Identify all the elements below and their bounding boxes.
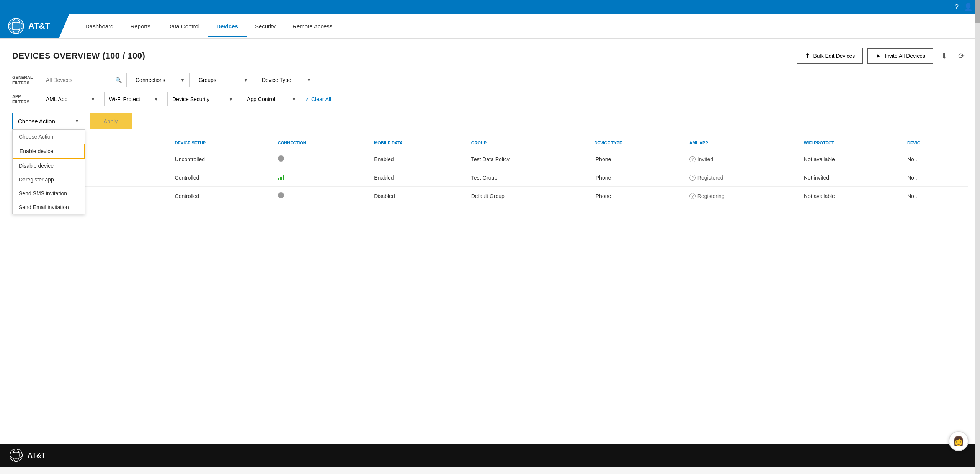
apply-button[interactable]: Apply xyxy=(90,113,132,129)
row3-device-type: iPhone xyxy=(591,187,686,205)
row2-aml-status: ? Registered xyxy=(689,175,724,181)
row2-connection xyxy=(274,168,370,187)
chevron-down-icon: ▼ xyxy=(229,96,233,102)
row3-connection xyxy=(274,187,370,205)
app-filters-row: APPFILTERS AML App ▼ Wi-Fi Protect ▼ Dev… xyxy=(12,92,968,106)
search-icon: 🔍 xyxy=(115,77,122,83)
device-security-dropdown[interactable]: Device Security ▼ xyxy=(167,92,238,106)
row2-device-type: iPhone xyxy=(591,168,686,187)
table-row: Controlled Disabled Default Group iPhone… xyxy=(12,187,968,205)
row1-aml-app: ? Invited xyxy=(686,150,800,168)
choose-action-select[interactable]: Choose Action ▼ xyxy=(12,113,85,129)
svg-point-6 xyxy=(10,449,23,462)
col-wifi-protect: WIFI PROTECT xyxy=(800,136,903,150)
app-control-dropdown[interactable]: App Control ▼ xyxy=(242,92,301,106)
chevron-down-icon: ▼ xyxy=(292,96,296,102)
table-row: John Doe Controlled Enabled Test Group i… xyxy=(12,168,968,187)
row3-mobile-data: Disabled xyxy=(370,187,467,205)
chevron-down-icon: ▼ xyxy=(154,96,158,102)
connection-dot-gray xyxy=(278,192,284,198)
scrollbar[interactable] xyxy=(975,0,980,467)
devices-table: DESCRIPTION DEVICE SETUP CONNECTION MOBI… xyxy=(12,136,968,205)
nav-item-reports[interactable]: Reports xyxy=(122,15,159,37)
aml-app-dropdown[interactable]: AML App ▼ xyxy=(41,92,100,106)
chevron-down-icon: ▼ xyxy=(307,77,311,83)
checkmark-icon: ✓ xyxy=(305,96,310,102)
action-dropdown-menu: Choose Action Enable device Disable devi… xyxy=(12,129,85,214)
row1-device-setup: Uncontrolled xyxy=(171,150,274,168)
user-icon[interactable]: 👤 xyxy=(964,3,972,11)
row2-wifi-protect: Not invited xyxy=(800,168,903,187)
row2-device-setup: Controlled xyxy=(171,168,274,187)
clear-all-button[interactable]: ✓ Clear All xyxy=(305,96,331,102)
logo-area: AT&T xyxy=(0,14,69,38)
upload-icon: ⬆ xyxy=(805,52,810,59)
header-actions: ⬆ Bulk Edit Devices ► Invite All Devices… xyxy=(797,48,968,64)
nav-area: Dashboard Reports Data Control Devices S… xyxy=(69,14,341,38)
col-device-type: DEVICE TYPE xyxy=(591,136,686,150)
nav-item-security[interactable]: Security xyxy=(247,15,284,37)
app-filters-label: APPFILTERS xyxy=(12,94,37,105)
question-icon: ? xyxy=(689,175,696,181)
row1-device: No... xyxy=(903,150,968,168)
col-device: DEVIC... xyxy=(903,136,968,150)
choose-action-wrapper: Choose Action ▼ Choose Action Enable dev… xyxy=(12,113,85,129)
row2-mobile-data: Enabled xyxy=(370,168,467,187)
row3-device: No... xyxy=(903,187,968,205)
col-mobile-data: MOBILE DATA xyxy=(370,136,467,150)
row3-aml-status: ? Registering xyxy=(689,193,725,199)
bar1 xyxy=(278,178,279,180)
dropdown-item-enable-device[interactable]: Enable device xyxy=(13,144,85,159)
action-row: Choose Action ▼ Choose Action Enable dev… xyxy=(12,113,968,129)
refresh-icon[interactable]: ⟳ xyxy=(955,50,968,62)
search-filter[interactable]: 🔍 xyxy=(41,73,127,87)
main-content: DEVICES OVERVIEW (100 / 100) ⬆ Bulk Edit… xyxy=(0,39,980,444)
wifi-protect-dropdown[interactable]: Wi-Fi Protect ▼ xyxy=(104,92,163,106)
bulk-edit-button[interactable]: ⬆ Bulk Edit Devices xyxy=(797,48,863,64)
header: AT&T Dashboard Reports Data Control Devi… xyxy=(0,14,980,39)
bar2 xyxy=(280,177,282,180)
footer-logo-text: AT&T xyxy=(28,451,46,459)
row1-aml-status: ? Invited xyxy=(689,156,713,162)
search-input[interactable] xyxy=(46,77,113,83)
page-title: DEVICES OVERVIEW (100 / 100) xyxy=(12,51,145,61)
chevron-down-icon: ▼ xyxy=(91,96,95,102)
connections-dropdown[interactable]: Connections ▼ xyxy=(131,73,190,87)
att-globe-icon xyxy=(8,18,24,34)
row1-device-type: iPhone xyxy=(591,150,686,168)
invite-all-button[interactable]: ► Invite All Devices xyxy=(867,48,933,64)
row1-group: Test Data Policy xyxy=(467,150,591,168)
bar3 xyxy=(283,175,284,180)
question-icon: ? xyxy=(689,193,696,199)
nav-item-dashboard[interactable]: Dashboard xyxy=(77,15,122,37)
device-type-dropdown[interactable]: Device Type ▼ xyxy=(257,73,316,87)
row2-device: No... xyxy=(903,168,968,187)
logo-text: AT&T xyxy=(28,21,50,31)
dropdown-item-send-sms[interactable]: Send SMS invitation xyxy=(13,186,85,200)
nav-item-data-control[interactable]: Data Control xyxy=(159,15,208,37)
dropdown-item-deregister-app[interactable]: Deregister app xyxy=(13,173,85,186)
nav-item-remote-access[interactable]: Remote Access xyxy=(284,15,341,37)
groups-dropdown[interactable]: Groups ▼ xyxy=(194,73,253,87)
download-icon[interactable]: ⬇ xyxy=(938,50,951,62)
col-connection: CONNECTION xyxy=(274,136,370,150)
scrollbar-thumb[interactable] xyxy=(975,0,980,23)
table-header-row: DESCRIPTION DEVICE SETUP CONNECTION MOBI… xyxy=(12,136,968,150)
chevron-down-icon: ▼ xyxy=(180,77,185,83)
row3-device-setup: Controlled xyxy=(171,187,274,205)
footer: AT&T xyxy=(0,444,980,467)
dropdown-item-choose-action[interactable]: Choose Action xyxy=(13,130,85,144)
general-filters-row: GENERALFILTERS 🔍 Connections ▼ Groups ▼ … xyxy=(12,73,968,87)
dropdown-item-send-email[interactable]: Send Email invitation xyxy=(13,200,85,214)
dropdown-item-disable-device[interactable]: Disable device xyxy=(13,159,85,173)
chat-support-button[interactable]: 👩 xyxy=(949,431,969,451)
chevron-down-icon: ▼ xyxy=(75,118,79,124)
row1-mobile-data: Enabled xyxy=(370,150,467,168)
filters-section: GENERALFILTERS 🔍 Connections ▼ Groups ▼ … xyxy=(12,73,968,106)
chat-icon: 👩 xyxy=(953,436,964,446)
nav-item-devices[interactable]: Devices xyxy=(208,15,247,37)
help-icon[interactable]: ? xyxy=(955,3,959,11)
col-group: GROUP xyxy=(467,136,591,150)
send-icon: ► xyxy=(875,52,882,59)
row1-wifi-protect: Not available xyxy=(800,150,903,168)
